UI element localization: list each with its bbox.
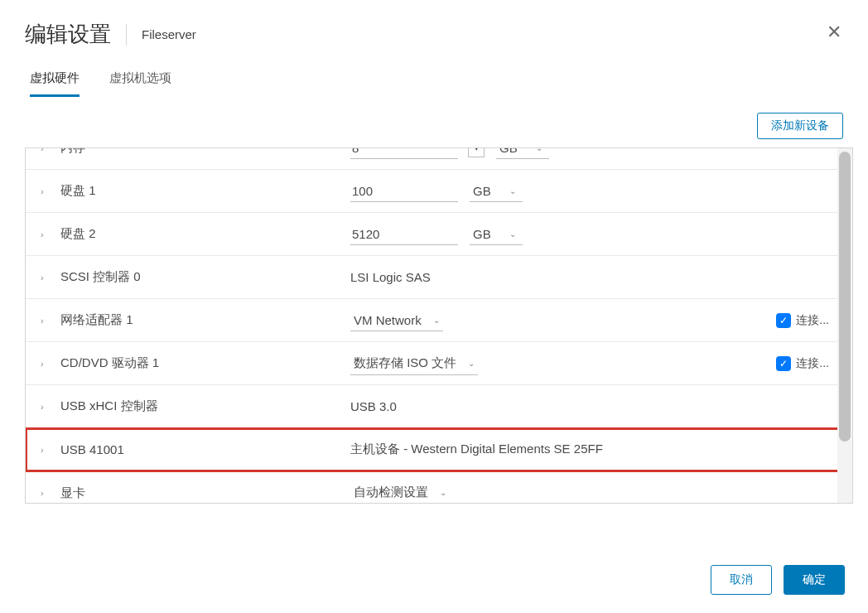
row-cddvd-drive-1[interactable]: › CD/DVD 驱动器 1 数据存储 ISO 文件 ⌄ ✓ 连接... xyxy=(26,342,852,385)
chevron-down-icon: ⌄ xyxy=(433,316,440,325)
row-extra: ✓ 连接... xyxy=(776,356,829,371)
connected-checkbox[interactable]: ✓ xyxy=(776,313,791,328)
close-icon[interactable]: ✕ xyxy=(827,23,841,41)
chevron-right-icon: › xyxy=(41,402,52,412)
add-device-row: 添加新设备 xyxy=(0,98,868,147)
row-usb-41001[interactable]: › USB 41001 主机设备 - Western Digital Eleme… xyxy=(26,428,852,471)
tabs: 虚拟硬件 虚拟机选项 xyxy=(0,56,868,98)
select-value: 数据存储 ISO 文件 xyxy=(354,355,456,371)
disk1-unit-select[interactable]: GB ⌄ xyxy=(470,181,523,202)
chevron-right-icon: › xyxy=(41,229,52,239)
video-card-select[interactable]: 自动检测设置 ⌄ xyxy=(350,481,450,504)
row-network-adapter-1[interactable]: › 网络适配器 1 VM Network ⌄ ✓ 连接... xyxy=(26,299,852,342)
select-value: 自动检测设置 xyxy=(354,485,428,500)
row-label: SCSI 控制器 0 xyxy=(60,269,350,285)
hardware-list: › 内存 ▾ GB ⌄ › 硬盘 1 xyxy=(26,147,852,504)
disk1-size-input[interactable] xyxy=(350,181,458,202)
chevron-down-icon: ⌄ xyxy=(468,359,475,368)
row-label: USB 41001 xyxy=(60,442,350,456)
chevron-down-icon: ⌄ xyxy=(509,229,516,239)
scroll-thumb[interactable] xyxy=(839,152,851,442)
cddvd-select[interactable]: 数据存储 ISO 文件 ⌄ xyxy=(350,352,478,375)
chevron-right-icon: › xyxy=(41,273,52,282)
memory-unit-select[interactable]: GB ⌄ xyxy=(496,147,549,159)
connected-label: 连接... xyxy=(796,356,829,371)
unit-label: GB xyxy=(473,227,491,241)
chevron-down-icon: ⌄ xyxy=(536,147,542,152)
title-separator xyxy=(126,24,127,46)
connected-label: 连接... xyxy=(796,313,829,328)
chevron-right-icon: › xyxy=(41,316,52,326)
row-value: LSI Logic SAS xyxy=(350,270,829,284)
row-label: 显卡 xyxy=(60,485,350,501)
unit-label: GB xyxy=(499,147,518,155)
row-usb-xhci-controller[interactable]: › USB xHCI 控制器 USB 3.0 xyxy=(26,385,852,428)
chevron-right-icon: › xyxy=(41,186,52,196)
memory-input[interactable] xyxy=(350,147,458,159)
row-disk-2[interactable]: › 硬盘 2 GB ⌄ xyxy=(26,213,852,256)
memory-stepper[interactable]: ▾ xyxy=(468,147,485,157)
row-value: GB ⌄ xyxy=(350,181,829,202)
row-value: 数据存储 ISO 文件 ⌄ xyxy=(350,352,776,375)
modal-title: 编辑设置 xyxy=(25,20,111,49)
row-scsi-controller-0[interactable]: › SCSI 控制器 0 LSI Logic SAS xyxy=(26,256,852,299)
tab-virtual-hardware[interactable]: 虚拟硬件 xyxy=(30,70,80,97)
chevron-down-icon: ⌄ xyxy=(440,488,446,497)
row-value: 主机设备 - Western Digital Elements SE 25FF xyxy=(350,442,829,457)
chevron-right-icon: › xyxy=(41,445,52,455)
disk2-unit-select[interactable]: GB ⌄ xyxy=(470,224,523,245)
network-select[interactable]: VM Network ⌄ xyxy=(350,310,443,331)
tab-vm-options[interactable]: 虚拟机选项 xyxy=(109,70,171,97)
connected-checkbox[interactable]: ✓ xyxy=(776,356,791,371)
row-value: GB ⌄ xyxy=(350,224,829,245)
add-device-button[interactable]: 添加新设备 xyxy=(757,113,843,139)
cancel-button[interactable]: 取消 xyxy=(711,565,772,595)
row-disk-1[interactable]: › 硬盘 1 GB ⌄ xyxy=(26,170,852,213)
hardware-panel-wrap: › 内存 ▾ GB ⌄ › 硬盘 1 xyxy=(0,147,868,504)
modal-header: 编辑设置 Fileserver xyxy=(0,0,868,56)
disk2-size-input[interactable] xyxy=(350,224,458,245)
row-value: USB 3.0 xyxy=(350,399,829,413)
row-value: ▾ GB ⌄ xyxy=(350,147,829,159)
row-label: 硬盘 1 xyxy=(60,183,350,199)
ok-button[interactable]: 确定 xyxy=(784,565,845,595)
select-value: VM Network xyxy=(354,313,422,327)
row-value: 自动检测设置 ⌄ xyxy=(350,481,829,504)
chevron-down-icon: ⌄ xyxy=(509,186,516,195)
row-label: 内存 xyxy=(60,147,350,156)
modal-footer: 取消 确定 xyxy=(711,565,845,595)
row-value: VM Network ⌄ xyxy=(350,310,776,331)
scrollbar[interactable] xyxy=(837,148,852,503)
row-label: 硬盘 2 xyxy=(60,226,350,242)
chevron-right-icon: › xyxy=(41,359,52,369)
row-extra: ✓ 连接... xyxy=(776,313,829,328)
modal-subtitle: Fileserver xyxy=(142,27,196,41)
hardware-panel: › 内存 ▾ GB ⌄ › 硬盘 1 xyxy=(25,147,853,504)
row-video-card[interactable]: › 显卡 自动检测设置 ⌄ xyxy=(26,471,852,504)
row-label: 网络适配器 1 xyxy=(60,312,350,328)
chevron-right-icon: › xyxy=(41,488,52,498)
row-memory[interactable]: › 内存 ▾ GB ⌄ xyxy=(26,147,852,170)
chevron-right-icon: › xyxy=(41,147,52,153)
row-label: USB xHCI 控制器 xyxy=(60,398,350,414)
row-label: CD/DVD 驱动器 1 xyxy=(60,355,350,371)
edit-settings-modal: 编辑设置 Fileserver ✕ 虚拟硬件 虚拟机选项 添加新设备 › 内存 … xyxy=(0,0,868,613)
unit-label: GB xyxy=(473,184,491,198)
